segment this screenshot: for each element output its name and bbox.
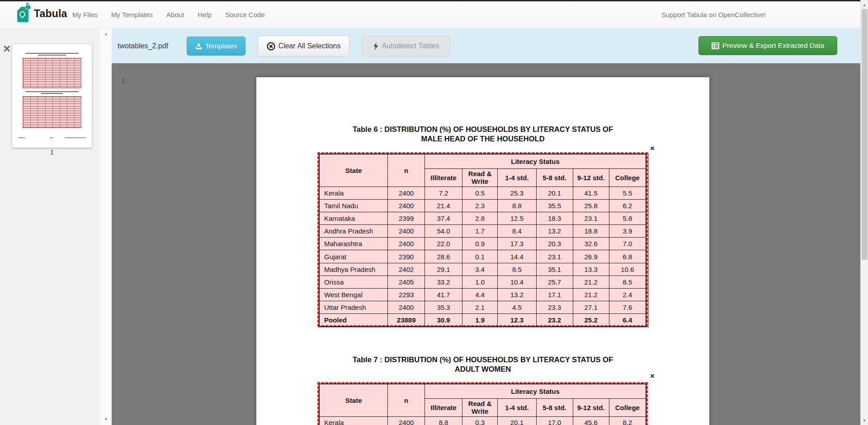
table-row: Tamil Nadu240021.42.38.835.525.86.2 [319, 199, 646, 212]
autodetect-tables-label: Autodetect Tables [382, 42, 439, 50]
thumb-table6-title [12, 52, 92, 56]
scroll-down-icon[interactable]: ▼ [861, 418, 868, 423]
thumb-table7-title [12, 90, 92, 94]
table-row: Kerala24007.20.525.320.141.55.5 [319, 187, 646, 199]
pdf-table: StatenLiteracy StatusIlliterateRead & Wr… [319, 383, 646, 425]
table-row: Maharashtra240022.00.917.320.332.67.0 [319, 238, 646, 250]
window-scrollbar[interactable]: ▲ ▼ [860, 0, 868, 425]
brand[interactable]: Tabula [17, 5, 67, 22]
table-row: Karnataka239937.42.812.518.323.15.8 [319, 212, 646, 224]
navbar: Tabula My Files My Templates About Help … [0, 0, 860, 29]
close-selection-icon[interactable]: × [650, 372, 655, 379]
page-number-label: 1. [121, 77, 127, 84]
brand-title: Tabula [34, 8, 67, 20]
lock-icon [25, 5, 31, 9]
toolbar: twotables_2.pdf Templates Clear All Sele… [112, 29, 860, 63]
table-row: Gujarat239028.60.114.423.126.96.8 [319, 250, 646, 263]
page-thumbnail[interactable] [12, 44, 92, 148]
thumb-table7-selection [23, 96, 81, 128]
thumb-footer-right [65, 137, 86, 138]
nav-item-about[interactable]: About [166, 11, 184, 19]
table-grid-icon [712, 42, 719, 49]
main-area: twotables_2.pdf Templates Clear All Sele… [112, 29, 860, 425]
close-selection-icon[interactable]: × [650, 145, 655, 152]
table-header-row: StatenLiteracy Status [319, 154, 646, 168]
pdf-filename: twotables_2.pdf [118, 29, 168, 63]
scroll-up-icon[interactable]: ▲ [100, 32, 112, 36]
nav-menu: My Files My Templates About Help Source … [72, 0, 265, 29]
preview-export-label: Preview & Export Extracted Data [722, 42, 825, 50]
window-top-edge [0, 0, 860, 1]
table-row: Andhra Pradesh240054.01.78.413.218.83.9 [319, 225, 646, 238]
table-row: Kerala24008.80.320.117.045.68.2 [319, 416, 646, 425]
nav-item-my-files[interactable]: My Files [72, 11, 98, 19]
clear-all-selections-button[interactable]: Clear All Selections [258, 36, 349, 56]
scrollbar-thumb[interactable] [862, 9, 868, 260]
preview-export-button[interactable]: Preview & Export Extracted Data [698, 36, 837, 55]
thumb-footer-center [50, 137, 53, 138]
table-row: West Bengal229341.74.413.217.121.22.4 [319, 289, 646, 301]
table-row: Orissa240533.21.010.425.721.28.5 [319, 276, 646, 288]
document-viewport: 1. Table 6 : DISTRIBUTION (%) OF HOUSEHO… [112, 63, 860, 425]
table6-title: Table 6 : DISTRIBUTION (%) OF HOUSEHOLDS… [256, 125, 709, 144]
thumbnail-page-number: 1 [12, 148, 92, 156]
scroll-up-icon[interactable]: ▲ [861, 3, 868, 7]
tabula-pdf-logo-icon [17, 5, 29, 22]
scroll-down-icon[interactable]: ▼ [100, 417, 112, 421]
nav-item-source-code[interactable]: Source Code [225, 11, 265, 19]
sidebar-scrollbar[interactable]: ▲ ▼ [100, 29, 112, 425]
support-link[interactable]: Support Tabula on OpenCollective! [661, 0, 766, 29]
table-row: Pooled2388930.91.912.323.225.26.4 [319, 314, 646, 327]
table7-title: Table 7 : DISTRIBUTION (%) OF HOUSEHOLDS… [256, 355, 709, 374]
nav-item-my-templates[interactable]: My Templates [111, 11, 153, 19]
pdf-table: StatenLiteracy StatusIlliterateRead & Wr… [319, 154, 646, 327]
lightning-icon [373, 42, 379, 50]
pdf-page: Table 6 : DISTRIBUTION (%) OF HOUSEHOLDS… [256, 77, 709, 425]
table-row: Madhya Pradesh240229.13.48.535.113.310.6 [319, 263, 646, 276]
save-icon [195, 43, 202, 50]
nav-item-help[interactable]: Help [198, 11, 212, 19]
table-header-row: StatenLiteracy Status [319, 384, 646, 398]
thumb-footer-left [18, 137, 25, 138]
clear-circle-icon [267, 42, 275, 51]
table6-selection[interactable]: StatenLiteracy StatusIlliterateRead & Wr… [317, 152, 648, 327]
autodetect-tables-button[interactable]: Autodetect Tables [362, 36, 450, 56]
table7-selection[interactable]: StatenLiteracy StatusIlliterateRead & Wr… [317, 382, 648, 425]
templates-button-label: Templates [205, 42, 237, 50]
templates-button[interactable]: Templates [187, 37, 245, 56]
remove-file-icon[interactable]: × [3, 42, 10, 55]
thumb-table6-selection [23, 58, 81, 88]
page-thumbnail-sidebar: × 1 [0, 29, 100, 425]
table-row: Uttar Pradesh240035.32.14.523.327.17.6 [319, 301, 646, 314]
clear-all-selections-label: Clear All Selections [278, 42, 341, 50]
